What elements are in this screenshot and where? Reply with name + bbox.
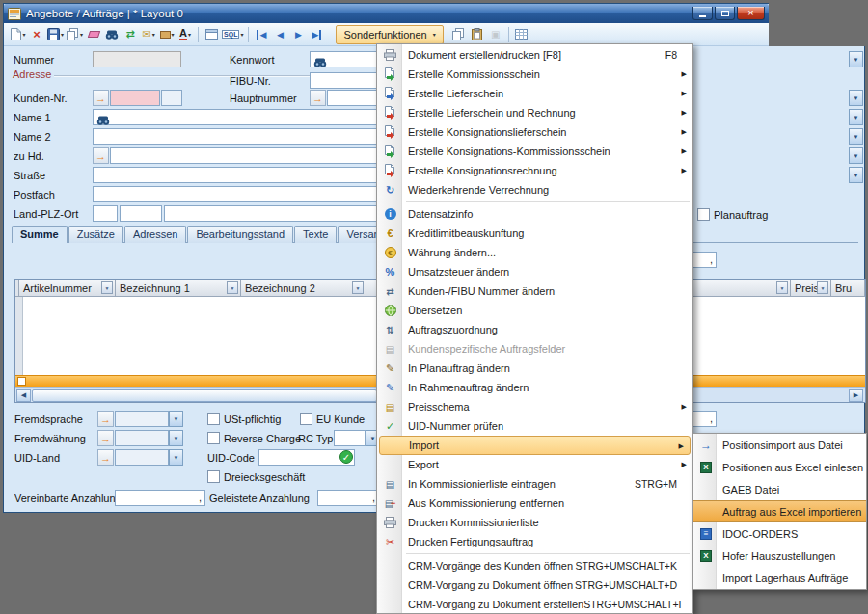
clipboard-button[interactable]	[469, 25, 486, 44]
menu-item[interactable]: ▤−Aus Kommissionierung entfernen	[377, 494, 692, 513]
menu-item[interactable]: €Kreditlimitbeauskunftung	[377, 224, 692, 243]
scroll-left-button[interactable]: ◀	[16, 389, 31, 402]
menu-item[interactable]: ▤In Kommissionierliste eintragenSTRG+M	[377, 474, 692, 494]
nummer-input[interactable]	[93, 51, 181, 67]
combo-button[interactable]: ▼	[849, 147, 863, 164]
copy-document-button[interactable]: ▾	[66, 25, 84, 44]
menu-item[interactable]: Dokument erstellen/drucken [F8]F8	[377, 45, 692, 65]
fibu-nr-input[interactable]	[310, 72, 379, 89]
submenu-item[interactable]: →Positionsimport aus Datei	[693, 434, 866, 456]
menu-item[interactable]: CRM-Vorgang zu Dokument erstellenSTRG+UM…	[377, 595, 692, 614]
fremdwaehrung-combo-button[interactable]: ▼	[169, 430, 183, 446]
column-filter-combo-icon[interactable]: ▼	[817, 281, 828, 294]
tab-adressen[interactable]: Adressen	[124, 226, 186, 243]
delete-button[interactable]: ×	[28, 25, 45, 44]
uid-valid-check-icon[interactable]: ✓	[339, 450, 353, 464]
uid-land-input[interactable]	[115, 449, 169, 466]
submenu-item[interactable]: Import Lagerhaus Aufträge	[693, 567, 866, 589]
eraser-button[interactable]	[85, 25, 102, 44]
lock-button[interactable]: ▣	[487, 25, 504, 44]
menu-item[interactable]: €Währung ändern...	[377, 243, 692, 262]
column-header-bezeichnung-1[interactable]: Bezeichnung 1▼	[116, 280, 241, 296]
hauptnummer-input[interactable]	[327, 90, 379, 106]
strasse-input[interactable]	[93, 167, 378, 183]
column-header-bezeichnung-2[interactable]: Bezeichnung 2▼	[241, 280, 366, 296]
tab-texte[interactable]: Texte	[294, 226, 337, 243]
vereinbarte-anzahlung-input[interactable]: ,	[115, 490, 205, 506]
fremdwaehrung-goto-arrow-icon[interactable]: →	[97, 430, 114, 446]
minimize-button[interactable]	[692, 7, 713, 20]
menu-item[interactable]: Drucken Kommissionierliste	[377, 513, 692, 532]
column-filter-combo-icon[interactable]: ▼	[352, 281, 364, 294]
uid-land-combo-button[interactable]: ▼	[169, 449, 183, 466]
postfach-input[interactable]	[93, 186, 378, 202]
menu-item[interactable]: Export▶	[377, 455, 692, 474]
menu-item[interactable]: ✎In Rahmenauftrag ändern	[377, 378, 692, 397]
dreiecksgeschaeft-checkbox[interactable]	[207, 470, 220, 483]
search-binoculars-button[interactable]	[103, 25, 121, 44]
geleistete-anzahlung-input[interactable]: ,	[317, 490, 379, 506]
uid-land-goto-arrow-icon[interactable]: →	[97, 449, 114, 466]
submenu-item[interactable]: GAEB Datei	[693, 478, 866, 500]
nav-first-button[interactable]: ◀	[253, 25, 270, 44]
ust-pflichtig-checkbox[interactable]	[207, 413, 220, 425]
grid-view-button[interactable]	[513, 25, 530, 44]
hauptnummer-goto-arrow-icon[interactable]: →	[310, 90, 326, 106]
menu-item[interactable]: Erstelle Kommissionsschein▶	[377, 65, 692, 84]
planauftrag-checkbox[interactable]	[697, 208, 710, 221]
name1-search-binoculars-icon[interactable]	[96, 112, 110, 129]
sql-button[interactable]: SQL▾	[221, 25, 244, 44]
menu-item[interactable]: Erstelle Lieferschein▶	[377, 84, 692, 103]
new-document-button[interactable]: ▾	[10, 25, 27, 44]
sonderfunktionen-button[interactable]: Sonderfunktionen ▾	[336, 25, 443, 44]
menu-item[interactable]: ✓UID-Nummer prüfen	[377, 416, 692, 436]
kennwort-search-binoculars-icon[interactable]	[313, 54, 327, 71]
window-view-button[interactable]	[203, 25, 220, 44]
scroll-right-button[interactable]: ▶	[849, 389, 863, 402]
menu-item[interactable]: ✎In Planauftrag ändern	[377, 359, 692, 378]
tab-zusätze[interactable]: Zusätze	[68, 226, 123, 243]
combo-button[interactable]: ▼	[849, 51, 863, 67]
column-header-bru[interactable]: Bru	[831, 280, 865, 296]
combo-button[interactable]: ▼	[849, 128, 863, 145]
kunden-nr-goto-arrow-icon[interactable]: →	[93, 90, 109, 106]
nav-next-button[interactable]: ▶	[289, 25, 307, 44]
land-input[interactable]	[93, 205, 118, 222]
plz-input[interactable]	[120, 205, 162, 222]
menu-item[interactable]: Erstelle Lieferschein und Rechnung▶	[377, 103, 692, 122]
column-filter-combo-icon[interactable]: ▼	[776, 281, 788, 294]
menu-item[interactable]: Erstelle Konsignations-Kommissionsschein…	[377, 142, 692, 161]
tab-summe[interactable]: Summe	[12, 226, 68, 243]
menu-item[interactable]: CRM-Vorgänge des Kunden öffnenSTRG+UMSCH…	[377, 556, 692, 575]
menu-item[interactable]: CRM-Vorgang zu Dokument öffnenSTRG+UMSCH…	[377, 575, 692, 595]
menu-item[interactable]: Import▶	[379, 436, 691, 455]
nav-last-button[interactable]: ▶	[308, 25, 325, 44]
title-bar[interactable]: Angebote / Aufträge | * Layout 0 ×	[4, 4, 769, 23]
rc-typ-input[interactable]	[334, 430, 366, 446]
name2-input[interactable]	[93, 128, 378, 145]
column-header-preis[interactable]: Preis▼	[791, 280, 831, 296]
zu-hd-input[interactable]	[110, 147, 378, 164]
kunden-nr-suffix-input[interactable]	[161, 90, 182, 106]
combo-button[interactable]: ▼	[849, 167, 863, 183]
menu-item[interactable]: Erstelle Konsignationslieferschein▶	[377, 122, 692, 142]
submenu-item[interactable]: Auftrag aus Excel importieren	[693, 500, 866, 522]
menu-item[interactable]: ⇅Auftragszuordnung	[377, 320, 692, 339]
ort-input[interactable]	[164, 205, 378, 222]
save-button[interactable]: ▾	[46, 25, 65, 44]
nav-prev-button[interactable]: ◀	[271, 25, 288, 44]
eu-kunde-checkbox[interactable]	[300, 413, 312, 425]
combo-button[interactable]: ▼	[849, 109, 863, 125]
column-header-artikelnummer[interactable]: Artikelnummer▼	[19, 280, 116, 296]
menu-item[interactable]: ⇄Kunden-/FIBU Nummer ändern	[377, 281, 692, 301]
column-filter-combo-icon[interactable]: ▼	[101, 281, 113, 294]
package-button[interactable]: ▾	[158, 25, 176, 44]
send-mail-button[interactable]: ✉▾	[140, 25, 157, 44]
menu-item[interactable]: Erstelle Konsignationsrechnung▶	[377, 161, 692, 180]
font-format-button[interactable]: A▾	[176, 25, 194, 44]
combo-button[interactable]: ▼	[849, 90, 863, 106]
column-filter-combo-icon[interactable]: ▼	[227, 281, 238, 294]
submenu-item[interactable]: ≡IDOC-ORDERS	[693, 522, 866, 545]
kunden-nr-input[interactable]	[110, 90, 160, 106]
menu-item[interactable]: ▤Preisschema▶	[377, 397, 692, 416]
